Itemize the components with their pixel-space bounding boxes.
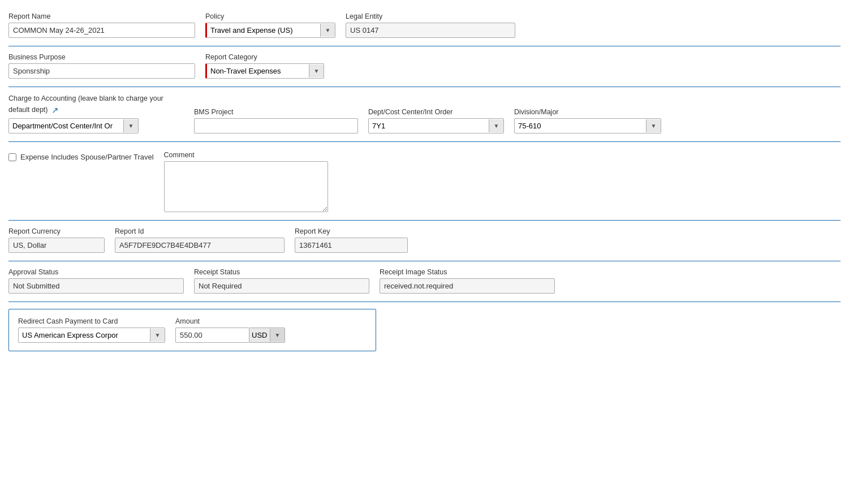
report-currency-field: Report Currency bbox=[8, 227, 105, 253]
receipt-status-label: Receipt Status bbox=[194, 268, 369, 276]
report-key-label: Report Key bbox=[295, 227, 408, 235]
redirect-card-select[interactable]: US American Express Corpor bbox=[19, 328, 150, 342]
comment-label: Comment bbox=[164, 151, 328, 159]
expense-spouse-label-text: Expense Includes Spouse/Partner Travel bbox=[20, 152, 154, 162]
report-category-select-wrapper[interactable]: Non-Travel Expenses ▼ bbox=[205, 63, 324, 79]
charge-accounting-select-wrapper[interactable]: Department/Cost Center/Int Or ▼ bbox=[8, 118, 139, 133]
expense-checkbox-label[interactable]: Expense Includes Spouse/Partner Travel bbox=[8, 151, 154, 162]
business-purpose-input[interactable] bbox=[8, 63, 195, 79]
section-accounting: Charge to Accounting (leave blank to cha… bbox=[8, 87, 841, 142]
charge-accounting-select[interactable]: Department/Cost Center/Int Or bbox=[9, 119, 123, 133]
division-major-label: Division/Major bbox=[514, 108, 661, 116]
redirect-card-field: Redirect Cash Payment to Card US America… bbox=[18, 317, 165, 343]
amount-field: Amount USD ▼ bbox=[175, 317, 285, 343]
redirect-card-label: Redirect Cash Payment to Card bbox=[18, 317, 165, 325]
section-status: Approval Status Receipt Status Receipt I… bbox=[8, 261, 841, 302]
receipt-image-status-input bbox=[380, 278, 555, 294]
expense-spouse-checkbox[interactable] bbox=[8, 153, 16, 161]
currency-select-wrapper[interactable]: USD ▼ bbox=[249, 328, 285, 343]
legal-entity-field: Legal Entity bbox=[346, 12, 515, 38]
bms-project-field: BMS Project bbox=[194, 108, 358, 133]
charge-accounting-chevron-icon: ▼ bbox=[123, 119, 138, 132]
amount-label: Amount bbox=[175, 317, 285, 325]
form-container: Report Name Policy Travel and Expense (U… bbox=[0, 0, 849, 357]
dept-cost-center-label: Dept/Cost Center/Int Order bbox=[368, 108, 504, 116]
section-report-name: Report Name Policy Travel and Expense (U… bbox=[8, 6, 841, 46]
charge-accounting-field: Charge to Accounting (leave blank to cha… bbox=[8, 94, 184, 133]
policy-select-wrapper[interactable]: Travel and Expense (US) ▼ bbox=[205, 23, 335, 38]
division-major-chevron-icon: ▼ bbox=[646, 119, 661, 132]
approval-status-label: Approval Status bbox=[8, 268, 184, 276]
business-purpose-field: Business Purpose bbox=[8, 53, 195, 79]
policy-select[interactable]: Travel and Expense (US) bbox=[207, 23, 320, 37]
help-icon[interactable]: ↗ bbox=[51, 104, 59, 116]
approval-status-input bbox=[8, 278, 184, 294]
division-major-field: Division/Major 75-610 ▼ bbox=[514, 108, 661, 133]
report-key-input bbox=[295, 238, 408, 253]
legal-entity-input bbox=[346, 23, 515, 38]
section-expense-comment: Expense Includes Spouse/Partner Travel C… bbox=[8, 142, 841, 221]
report-currency-input bbox=[8, 238, 105, 253]
policy-label: Policy bbox=[205, 12, 335, 20]
report-name-input[interactable] bbox=[8, 23, 195, 38]
policy-chevron-icon: ▼ bbox=[320, 24, 335, 37]
charge-accounting-label: Charge to Accounting (leave blank to cha… bbox=[8, 94, 184, 116]
redirect-card-section: Redirect Cash Payment to Card US America… bbox=[8, 309, 376, 351]
dept-cost-chevron-icon: ▼ bbox=[489, 119, 503, 132]
bms-project-label: BMS Project bbox=[194, 108, 358, 116]
report-id-input bbox=[115, 238, 285, 253]
currency-select[interactable]: USD bbox=[249, 328, 270, 342]
report-name-field: Report Name bbox=[8, 12, 195, 38]
dept-cost-center-field: Dept/Cost Center/Int Order 7Y1 ▼ bbox=[368, 108, 504, 133]
report-category-chevron-icon: ▼ bbox=[309, 64, 324, 77]
redirect-card-chevron-icon: ▼ bbox=[150, 329, 165, 342]
receipt-image-status-field: Receipt Image Status bbox=[380, 268, 555, 294]
comment-textarea[interactable] bbox=[164, 161, 328, 212]
section-report-ids: Report Currency Report Id Report Key bbox=[8, 221, 841, 261]
business-purpose-label: Business Purpose bbox=[8, 53, 195, 61]
report-category-field: Report Category Non-Travel Expenses ▼ bbox=[205, 53, 324, 79]
amount-input[interactable] bbox=[175, 328, 249, 343]
report-category-select[interactable]: Non-Travel Expenses bbox=[207, 64, 309, 78]
approval-status-field: Approval Status bbox=[8, 268, 184, 294]
policy-field: Policy Travel and Expense (US) ▼ bbox=[205, 12, 335, 38]
division-major-select-wrapper[interactable]: 75-610 ▼ bbox=[514, 118, 661, 133]
receipt-status-input bbox=[194, 278, 369, 294]
receipt-status-field: Receipt Status bbox=[194, 268, 369, 294]
section-business-purpose: Business Purpose Report Category Non-Tra… bbox=[8, 46, 841, 87]
bms-project-input[interactable] bbox=[194, 118, 358, 133]
division-major-select[interactable]: 75-610 bbox=[515, 119, 646, 133]
report-name-label: Report Name bbox=[8, 12, 195, 20]
dept-cost-select-wrapper[interactable]: 7Y1 ▼ bbox=[368, 118, 504, 133]
redirect-card-select-wrapper[interactable]: US American Express Corpor ▼ bbox=[18, 328, 165, 343]
report-currency-label: Report Currency bbox=[8, 227, 105, 235]
report-id-label: Report Id bbox=[115, 227, 285, 235]
receipt-image-status-label: Receipt Image Status bbox=[380, 268, 555, 276]
report-category-label: Report Category bbox=[205, 53, 324, 61]
comment-field: Comment bbox=[164, 151, 328, 212]
currency-chevron-icon: ▼ bbox=[270, 329, 285, 342]
expense-checkbox-field: Expense Includes Spouse/Partner Travel bbox=[8, 151, 154, 162]
report-id-field: Report Id bbox=[115, 227, 285, 253]
report-key-field: Report Key bbox=[295, 227, 408, 253]
legal-entity-label: Legal Entity bbox=[346, 12, 515, 20]
dept-cost-select[interactable]: 7Y1 bbox=[369, 119, 489, 133]
